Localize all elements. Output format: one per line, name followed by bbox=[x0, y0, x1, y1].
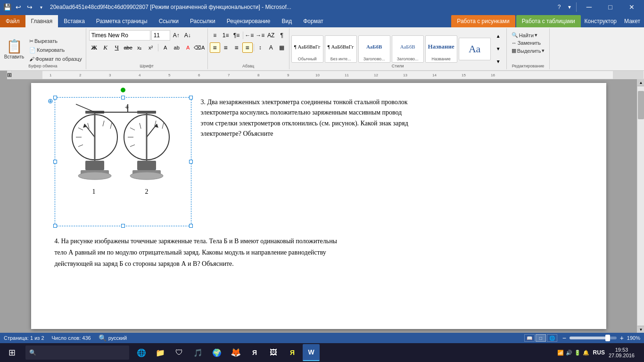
handle-br[interactable] bbox=[189, 224, 193, 228]
tab-mailings[interactable]: Рассылки bbox=[184, 15, 221, 27]
taskbar-yandex2-icon[interactable]: Я bbox=[284, 344, 301, 361]
tab-format[interactable]: Формат bbox=[297, 15, 329, 27]
style-aa[interactable]: Аа bbox=[459, 38, 491, 60]
document-page[interactable]: 1 + bbox=[31, 83, 606, 329]
decrease-font-button[interactable]: A↓ bbox=[182, 30, 193, 41]
help-button[interactable]: ? bbox=[554, 2, 564, 12]
zoom-level[interactable]: 190% bbox=[627, 335, 640, 341]
format-painter-button[interactable]: 🖌 Формат по образцу bbox=[27, 55, 84, 63]
taskbar-yandex-icon[interactable]: Я bbox=[246, 344, 263, 361]
handle-mr[interactable] bbox=[189, 160, 193, 164]
styles-up-button[interactable]: ▲ bbox=[493, 31, 504, 41]
copy-button[interactable]: 📄 Копировать bbox=[27, 46, 84, 54]
save-button[interactable]: 💾 bbox=[2, 2, 12, 12]
highlight-button[interactable]: ab bbox=[172, 42, 182, 53]
style-heading1[interactable]: АаБбВ Заголово... bbox=[358, 35, 390, 63]
tab-table-tools[interactable]: Работа с таблицами bbox=[516, 15, 581, 27]
tab-page-layout[interactable]: Разметка страницы bbox=[91, 15, 153, 27]
taskbar-photos-icon[interactable]: 🖼 bbox=[265, 344, 282, 361]
align-left-button[interactable]: ≡ bbox=[210, 42, 220, 53]
zoom-thumb[interactable] bbox=[605, 335, 610, 341]
print-view-button[interactable]: □ bbox=[536, 334, 546, 342]
maximize-button[interactable]: □ bbox=[600, 0, 621, 14]
rotation-handle[interactable] bbox=[121, 88, 125, 92]
handle-ml[interactable] bbox=[53, 160, 57, 164]
taskbar-defender-icon[interactable]: 🛡 bbox=[171, 344, 188, 361]
language-status[interactable]: 🔍 русский bbox=[99, 334, 127, 342]
handle-bl[interactable] bbox=[53, 224, 57, 228]
move-handle[interactable]: ⊕ bbox=[48, 97, 53, 105]
justify-button[interactable]: ≡ bbox=[242, 42, 253, 53]
borders-button[interactable]: ▦ bbox=[277, 42, 287, 53]
shading-button[interactable]: A bbox=[266, 42, 276, 53]
undo-button[interactable]: ↩ bbox=[13, 2, 24, 12]
cut-button[interactable]: ✂ Вырезать bbox=[27, 37, 84, 45]
ruler-corner[interactable]: ⊞ bbox=[7, 71, 12, 79]
tab-file[interactable]: Файл bbox=[0, 15, 25, 27]
increase-indent-button[interactable]: →≡ bbox=[255, 30, 265, 41]
ribbon-toggle-button[interactable]: ▾ bbox=[565, 2, 574, 12]
start-button[interactable]: ⊞ bbox=[0, 343, 24, 362]
strikethrough-button[interactable]: abe bbox=[123, 42, 133, 53]
zoom-out-button[interactable]: − bbox=[561, 335, 568, 341]
taskbar-edge-icon[interactable]: 🌐 bbox=[133, 344, 150, 361]
zoom-in-button[interactable]: + bbox=[619, 335, 625, 341]
tab-references[interactable]: Ссылки bbox=[153, 15, 184, 27]
image-container[interactable]: 1 + bbox=[55, 97, 191, 226]
handle-bm[interactable] bbox=[121, 224, 125, 228]
search-bar[interactable]: 🔍 bbox=[25, 346, 129, 360]
style-heading2[interactable]: АаБбВ Заголово... bbox=[392, 35, 424, 63]
scroll-thumb[interactable] bbox=[638, 91, 644, 119]
line-spacing-button[interactable]: ↕ bbox=[255, 42, 265, 53]
taskbar-word-icon[interactable]: W bbox=[303, 344, 320, 361]
tab-review[interactable]: Рецензирование bbox=[221, 15, 276, 27]
taskbar-player-icon[interactable]: 🎵 bbox=[190, 344, 206, 361]
taskbar-globe-icon[interactable]: 🌍 bbox=[208, 344, 225, 361]
read-view-button[interactable]: 📖 bbox=[524, 334, 535, 342]
tab-insert[interactable]: Вставка bbox=[58, 15, 91, 27]
style-no-spacing[interactable]: ¶ АаБбВвГг Без инте... bbox=[325, 35, 357, 63]
web-view-button[interactable]: 🌐 bbox=[547, 334, 557, 342]
tab-home[interactable]: Главная bbox=[25, 15, 58, 27]
replace-button[interactable]: ↔ Заменить bbox=[510, 39, 547, 47]
bullets-button[interactable]: ≡ bbox=[210, 30, 220, 41]
scroll-up-button[interactable]: ▲ bbox=[637, 79, 644, 86]
lang-indicator[interactable]: RUS bbox=[593, 349, 605, 356]
handle-tl[interactable] bbox=[53, 96, 57, 99]
clear-format-button[interactable]: ⌫A bbox=[194, 42, 205, 53]
font-color-button[interactable]: A bbox=[183, 42, 193, 53]
handle-tm[interactable] bbox=[121, 96, 125, 99]
font-size-input[interactable] bbox=[151, 30, 170, 41]
taskbar-firefox-icon[interactable]: 🦊 bbox=[227, 344, 244, 361]
text-effects-button[interactable]: A bbox=[160, 42, 171, 53]
tab-layout[interactable]: Макет bbox=[620, 15, 644, 27]
align-center-button[interactable]: ≡ bbox=[221, 42, 231, 53]
style-title[interactable]: Название Название bbox=[425, 35, 457, 63]
qat-more-button[interactable]: ▾ bbox=[36, 2, 46, 12]
sort-button[interactable]: AZ bbox=[266, 30, 276, 41]
decrease-indent-button[interactable]: ←≡ bbox=[244, 30, 255, 41]
taskbar-explorer-icon[interactable]: 📁 bbox=[152, 344, 169, 361]
align-right-button[interactable]: ≡ bbox=[231, 42, 242, 53]
superscript-button[interactable]: x² bbox=[146, 42, 156, 53]
minimize-button[interactable]: ─ bbox=[578, 0, 600, 14]
tab-constructor[interactable]: Конструктор bbox=[581, 15, 620, 27]
close-button[interactable]: ✕ bbox=[621, 0, 642, 14]
underline-button[interactable]: Ч bbox=[112, 42, 122, 53]
redo-button[interactable]: ↪ bbox=[25, 2, 35, 12]
font-name-input[interactable] bbox=[89, 30, 150, 41]
numbering-button[interactable]: 1≡ bbox=[221, 30, 231, 41]
paste-button[interactable]: 📋 Вставить bbox=[2, 31, 26, 67]
tab-view[interactable]: Вид bbox=[276, 15, 297, 27]
select-button[interactable]: ▦ Выделить ▾ bbox=[510, 47, 547, 55]
multilevel-button[interactable]: ¶≡ bbox=[231, 30, 242, 41]
styles-down-button[interactable]: ▼ bbox=[493, 44, 504, 54]
tab-picture-tools[interactable]: Работа с рисунками bbox=[451, 15, 515, 27]
increase-font-button[interactable]: A↑ bbox=[171, 30, 182, 41]
show-marks-button[interactable]: ¶ bbox=[277, 30, 287, 41]
scroll-down-button[interactable]: ▼ bbox=[637, 326, 644, 333]
find-button[interactable]: 🔍 Найти ▾ bbox=[510, 31, 547, 39]
handle-tr[interactable] bbox=[189, 96, 193, 99]
subscript-button[interactable]: x₂ bbox=[134, 42, 145, 53]
bold-button[interactable]: Ж bbox=[89, 42, 99, 53]
